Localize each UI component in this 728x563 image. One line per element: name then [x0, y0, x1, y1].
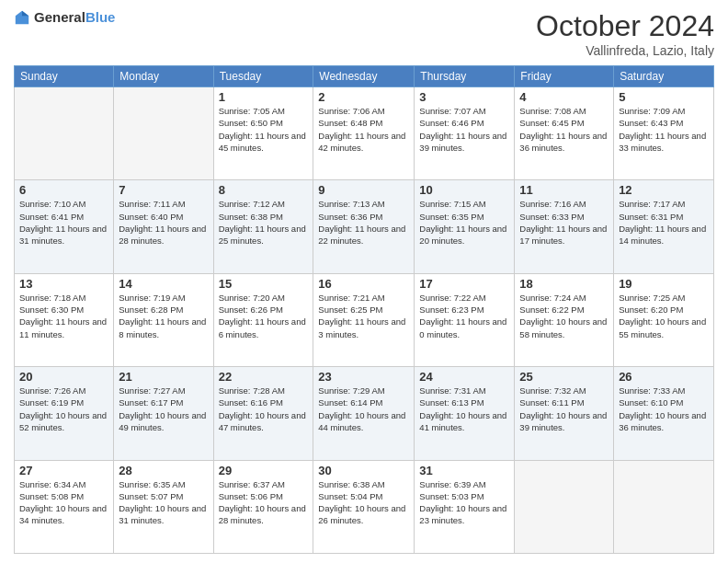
day-cell: 5 Sunrise: 7:09 AMSunset: 6:43 PMDayligh… — [614, 87, 714, 180]
week-row-4: 27 Sunrise: 6:34 AMSunset: 5:08 PMDaylig… — [15, 460, 714, 553]
day-info: Sunrise: 7:17 AMSunset: 6:31 PMDaylight:… — [619, 198, 709, 247]
day-info: Sunrise: 7:10 AMSunset: 6:41 PMDaylight:… — [19, 198, 108, 247]
day-number: 15 — [219, 277, 309, 291]
day-cell: 16 Sunrise: 7:21 AMSunset: 6:25 PMDaylig… — [313, 273, 415, 366]
day-cell: 17 Sunrise: 7:22 AMSunset: 6:23 PMDaylig… — [415, 273, 515, 366]
day-cell: 31 Sunrise: 6:39 AMSunset: 5:03 PMDaylig… — [415, 460, 515, 553]
day-number: 30 — [318, 464, 409, 477]
day-number: 11 — [519, 183, 609, 197]
location-title: Vallinfreda, Lazio, Italy — [536, 43, 714, 58]
day-cell: 9 Sunrise: 7:13 AMSunset: 6:36 PMDayligh… — [313, 180, 415, 273]
day-number: 29 — [219, 464, 309, 477]
day-cell: 7 Sunrise: 7:11 AMSunset: 6:40 PMDayligh… — [114, 180, 213, 273]
col-wednesday: Wednesday — [313, 66, 415, 87]
col-sunday: Sunday — [15, 66, 114, 87]
day-cell: 10 Sunrise: 7:15 AMSunset: 6:35 PMDaylig… — [415, 180, 515, 273]
col-tuesday: Tuesday — [213, 66, 313, 87]
day-number: 19 — [619, 277, 709, 291]
day-cell: 20 Sunrise: 7:26 AMSunset: 6:19 PMDaylig… — [15, 367, 114, 460]
day-number: 4 — [519, 90, 609, 104]
day-number: 25 — [519, 370, 609, 384]
day-info: Sunrise: 7:19 AMSunset: 6:28 PMDaylight:… — [119, 292, 208, 340]
day-info: Sunrise: 7:29 AMSunset: 6:14 PMDaylight:… — [318, 385, 409, 433]
day-info: Sunrise: 7:12 AMSunset: 6:38 PMDaylight:… — [219, 198, 309, 247]
day-info: Sunrise: 7:33 AMSunset: 6:10 PMDaylight:… — [619, 385, 709, 433]
day-info: Sunrise: 7:07 AMSunset: 6:46 PMDaylight:… — [419, 105, 509, 154]
day-info: Sunrise: 7:24 AMSunset: 6:22 PMDaylight:… — [519, 292, 609, 340]
day-cell: 21 Sunrise: 7:27 AMSunset: 6:17 PMDaylig… — [114, 367, 213, 460]
day-cell: 19 Sunrise: 7:25 AMSunset: 6:20 PMDaylig… — [614, 273, 714, 366]
day-cell: 11 Sunrise: 7:16 AMSunset: 6:33 PMDaylig… — [515, 180, 614, 273]
day-info: Sunrise: 7:26 AMSunset: 6:19 PMDaylight:… — [19, 385, 108, 433]
day-info: Sunrise: 7:09 AMSunset: 6:43 PMDaylight:… — [619, 105, 709, 154]
day-cell: 13 Sunrise: 7:18 AMSunset: 6:30 PMDaylig… — [15, 273, 114, 366]
day-number: 21 — [119, 370, 208, 384]
day-info: Sunrise: 7:28 AMSunset: 6:16 PMDaylight:… — [219, 385, 309, 433]
day-cell: 12 Sunrise: 7:17 AMSunset: 6:31 PMDaylig… — [614, 180, 714, 273]
day-info: Sunrise: 7:06 AMSunset: 6:48 PMDaylight:… — [318, 105, 409, 154]
day-number: 27 — [19, 464, 108, 477]
logo: GeneralBlue — [14, 9, 115, 26]
page: GeneralBlue October 2024 Vallinfreda, La… — [0, 0, 728, 563]
day-number: 6 — [19, 183, 108, 197]
calendar: Sunday Monday Tuesday Wednesday Thursday… — [14, 65, 714, 554]
day-info: Sunrise: 7:31 AMSunset: 6:13 PMDaylight:… — [419, 385, 509, 433]
day-number: 8 — [219, 183, 309, 197]
svg-marker-1 — [22, 11, 28, 16]
day-cell: 29 Sunrise: 6:37 AMSunset: 5:06 PMDaylig… — [213, 460, 313, 553]
day-cell: 26 Sunrise: 7:33 AMSunset: 6:10 PMDaylig… — [614, 367, 714, 460]
col-thursday: Thursday — [415, 66, 515, 87]
day-cell: 1 Sunrise: 7:05 AMSunset: 6:50 PMDayligh… — [213, 87, 313, 180]
day-info: Sunrise: 7:13 AMSunset: 6:36 PMDaylight:… — [318, 198, 409, 247]
day-info: Sunrise: 7:11 AMSunset: 6:40 PMDaylight:… — [119, 198, 208, 247]
day-number: 5 — [619, 90, 709, 104]
day-info: Sunrise: 6:38 AMSunset: 5:04 PMDaylight:… — [318, 478, 409, 527]
col-friday: Friday — [515, 66, 614, 87]
day-cell: 22 Sunrise: 7:28 AMSunset: 6:16 PMDaylig… — [213, 367, 313, 460]
day-info: Sunrise: 7:21 AMSunset: 6:25 PMDaylight:… — [318, 292, 409, 340]
day-cell: 2 Sunrise: 7:06 AMSunset: 6:48 PMDayligh… — [313, 87, 415, 180]
day-info: Sunrise: 7:25 AMSunset: 6:20 PMDaylight:… — [619, 292, 709, 340]
day-number: 17 — [419, 277, 509, 291]
day-number: 22 — [219, 370, 309, 384]
day-cell: 4 Sunrise: 7:08 AMSunset: 6:45 PMDayligh… — [515, 87, 614, 180]
day-cell: 27 Sunrise: 6:34 AMSunset: 5:08 PMDaylig… — [15, 460, 114, 553]
day-number: 20 — [19, 370, 108, 384]
week-row-0: 1 Sunrise: 7:05 AMSunset: 6:50 PMDayligh… — [15, 87, 714, 180]
day-cell: 6 Sunrise: 7:10 AMSunset: 6:41 PMDayligh… — [15, 180, 114, 273]
day-info: Sunrise: 7:22 AMSunset: 6:23 PMDaylight:… — [419, 292, 509, 340]
day-number: 24 — [419, 370, 509, 384]
day-number: 1 — [219, 90, 309, 104]
month-title: October 2024 — [536, 9, 714, 43]
day-number: 3 — [419, 90, 509, 104]
day-number: 9 — [318, 183, 409, 197]
day-info: Sunrise: 7:15 AMSunset: 6:35 PMDaylight:… — [419, 198, 509, 247]
day-number: 12 — [619, 183, 709, 197]
day-cell: 3 Sunrise: 7:07 AMSunset: 6:46 PMDayligh… — [415, 87, 515, 180]
day-info: Sunrise: 6:37 AMSunset: 5:06 PMDaylight:… — [219, 478, 309, 527]
logo-icon — [14, 9, 30, 26]
day-cell: 18 Sunrise: 7:24 AMSunset: 6:22 PMDaylig… — [515, 273, 614, 366]
day-info: Sunrise: 7:27 AMSunset: 6:17 PMDaylight:… — [119, 385, 208, 433]
day-cell: 14 Sunrise: 7:19 AMSunset: 6:28 PMDaylig… — [114, 273, 213, 366]
day-cell — [15, 87, 114, 180]
day-number: 18 — [519, 277, 609, 291]
col-saturday: Saturday — [614, 66, 714, 87]
week-row-3: 20 Sunrise: 7:26 AMSunset: 6:19 PMDaylig… — [15, 367, 714, 460]
day-info: Sunrise: 7:20 AMSunset: 6:26 PMDaylight:… — [219, 292, 309, 340]
logo-text: GeneralBlue — [34, 9, 115, 26]
col-monday: Monday — [114, 66, 213, 87]
day-info: Sunrise: 7:32 AMSunset: 6:11 PMDaylight:… — [519, 385, 609, 433]
day-number: 26 — [619, 370, 709, 384]
day-info: Sunrise: 6:34 AMSunset: 5:08 PMDaylight:… — [19, 478, 108, 527]
day-number: 7 — [119, 183, 208, 197]
day-info: Sunrise: 7:18 AMSunset: 6:30 PMDaylight:… — [19, 292, 108, 340]
title-area: October 2024 Vallinfreda, Lazio, Italy — [536, 9, 714, 58]
day-cell — [515, 460, 614, 553]
day-cell: 15 Sunrise: 7:20 AMSunset: 6:26 PMDaylig… — [213, 273, 313, 366]
day-cell: 30 Sunrise: 6:38 AMSunset: 5:04 PMDaylig… — [313, 460, 415, 553]
day-info: Sunrise: 7:08 AMSunset: 6:45 PMDaylight:… — [519, 105, 609, 154]
day-number: 2 — [318, 90, 409, 104]
day-info: Sunrise: 6:35 AMSunset: 5:07 PMDaylight:… — [119, 478, 208, 527]
week-row-2: 13 Sunrise: 7:18 AMSunset: 6:30 PMDaylig… — [15, 273, 714, 366]
